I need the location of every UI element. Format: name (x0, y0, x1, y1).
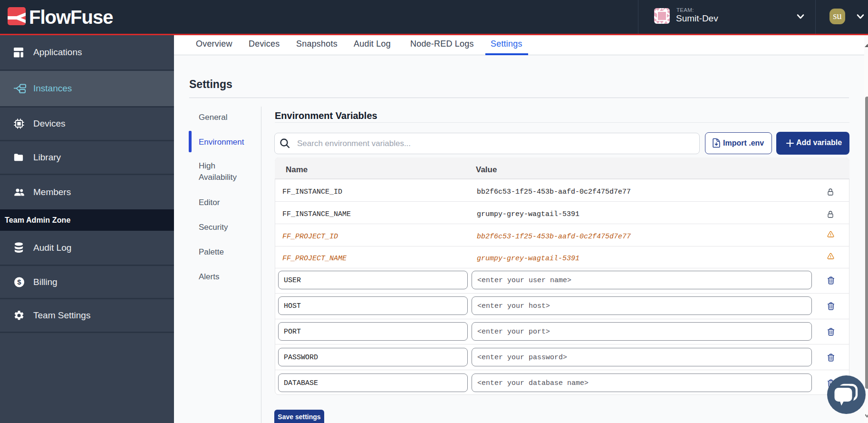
svg-text:$: $ (17, 278, 21, 286)
